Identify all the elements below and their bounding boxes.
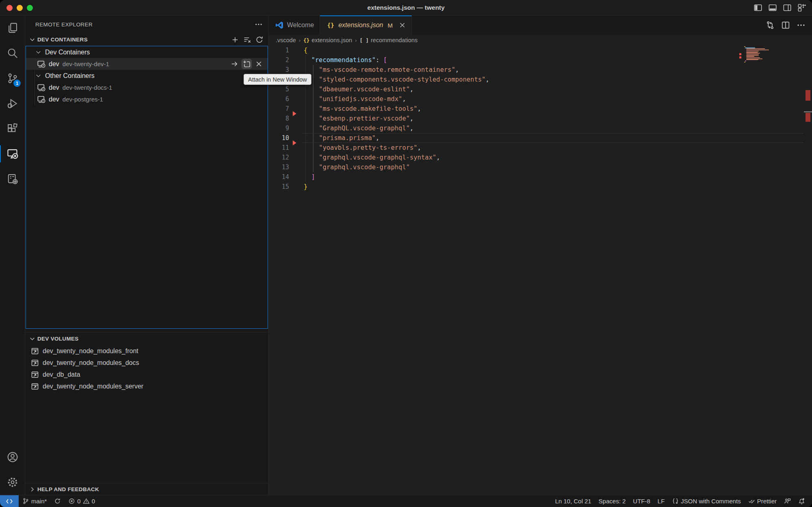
status-formatter-prettier[interactable]: Prettier (745, 495, 780, 507)
status-label: LF (658, 498, 665, 505)
code-text: "ms-vscode.makefile-tools", (304, 104, 421, 114)
close-tab-icon[interactable] (399, 22, 406, 29)
code-line: 15} (269, 182, 812, 192)
breadcrumb-item[interactable]: .vscode (276, 37, 296, 43)
chevron-down-icon (35, 49, 42, 56)
status-cursor-position[interactable]: Ln 10, Col 21 (551, 495, 595, 507)
activity-item-extensions[interactable] (0, 116, 25, 141)
split-editor-icon[interactable] (781, 21, 790, 30)
minimize-window-button[interactable] (17, 5, 23, 11)
activity-item-explorer[interactable] (0, 15, 25, 41)
activity-item-dev-containers[interactable] (0, 166, 25, 192)
chevron-down-icon (29, 36, 36, 43)
container-row[interactable]: devdev-twenty-dev-1 (26, 58, 268, 70)
stop-container-icon[interactable] (254, 59, 263, 69)
status-language-mode[interactable]: JSON with Comments (668, 495, 745, 507)
code-text: "prisma.prisma", (304, 133, 380, 143)
line-number: 8 (269, 115, 289, 122)
status-eol[interactable]: LF (654, 495, 669, 507)
activity-item-settings[interactable] (0, 470, 25, 495)
tree-group-dev-containers[interactable]: Dev Containers (26, 46, 268, 58)
code-line: 4 "styled-components.vscode-styled-compo… (269, 75, 812, 84)
layout-controls (754, 0, 806, 15)
container-row[interactable]: devdev-postgres-1 (26, 93, 268, 105)
minimap-line (746, 50, 769, 50)
minimap-line (746, 58, 762, 59)
help-and-feedback-label: HELP AND FEEDBACK (37, 486, 99, 492)
code-line: 11 "yoavbls.pretty-ts-errors", (269, 143, 812, 153)
minimap-line (746, 52, 758, 53)
help-and-feedback-section-header[interactable]: HELP AND FEEDBACK (25, 483, 268, 495)
status-bar: main* 0 0 Ln 10, Col 21Spaces: 2UTF-8LFJ… (0, 495, 812, 507)
chevron-right-icon (29, 486, 36, 493)
activity-item-source-control[interactable]: 1 (0, 66, 25, 91)
status-feedback[interactable] (780, 495, 795, 507)
status-encoding[interactable]: UTF-8 (629, 495, 654, 507)
git-modified-badge: M (388, 22, 393, 29)
breadcrumb-label: .vscode (276, 37, 296, 43)
line-number: 6 (269, 95, 289, 103)
status-label: Ln 10, Col 21 (555, 498, 591, 505)
customize-layout-icon[interactable] (797, 3, 806, 12)
double-check-icon (748, 498, 755, 505)
tab-welcome[interactable]: Welcome (269, 15, 320, 35)
volume-row[interactable]: dev_twenty_node_modules_server (25, 380, 268, 392)
minimap-line (744, 46, 745, 47)
container-row[interactable]: devdev-twenty-docs-1 (26, 82, 268, 93)
activity-item-run-debug[interactable] (0, 91, 25, 116)
code-text: } (304, 182, 307, 192)
breadcrumb: .vscode›{}extensions.json›[ ]recommendat… (269, 35, 812, 45)
code-text: "esbenp.prettier-vscode", (304, 114, 414, 123)
chevron-down-icon (35, 72, 42, 79)
line-number: 7 (269, 105, 289, 112)
breadcrumb-item[interactable]: [ ]recommendations (360, 37, 418, 43)
attach-container-icon[interactable] (230, 59, 239, 69)
remote-indicator[interactable] (0, 495, 19, 507)
clear-filter-icon[interactable] (243, 36, 251, 44)
status-indentation[interactable]: Spaces: 2 (595, 495, 629, 507)
tab-label: extensions.json (338, 22, 383, 29)
code-editor[interactable]: 1{2 "recommendations": [3 "ms-vscode-rem… (269, 45, 812, 495)
code-line: 6 "unifiedjs.vscode-mdx", (269, 94, 812, 104)
activity-item-search[interactable] (0, 41, 25, 66)
dev-volumes-section-header[interactable]: DEV VOLUMES (25, 332, 268, 345)
tab-extensions-json[interactable]: {}extensions.jsonM (320, 15, 412, 35)
volume-row[interactable]: dev_twenty_node_modules_docs (25, 357, 268, 369)
open-changes-icon[interactable] (766, 21, 775, 30)
refresh-icon[interactable] (255, 36, 263, 44)
minimap-line (746, 55, 759, 56)
sync-status[interactable] (50, 495, 65, 507)
dev-containers-section-header[interactable]: DEV CONTAINERS (25, 33, 268, 46)
volume-row[interactable]: dev_db_data (25, 369, 268, 380)
problems-status[interactable]: 0 0 (65, 495, 99, 507)
traffic-lights (6, 5, 33, 11)
status-label: UTF-8 (633, 498, 650, 505)
attach-new-window-icon[interactable] (242, 59, 251, 69)
status-notifications[interactable] (795, 495, 809, 507)
git-branch-status[interactable]: main* (19, 495, 50, 507)
minimap-line (746, 51, 759, 52)
line-number: 2 (269, 56, 289, 64)
volume-row[interactable]: dev_twenty_node_modules_front (25, 345, 268, 357)
code-line: 14 ] (269, 172, 812, 182)
activity-item-remote-explorer[interactable] (0, 141, 25, 166)
toggle-primary-sidebar-icon[interactable] (754, 3, 762, 12)
gutter-marker-icon (293, 140, 296, 145)
status-label: Spaces: 2 (598, 498, 626, 505)
breadcrumb-item[interactable]: {}extensions.json (303, 37, 352, 43)
close-window-button[interactable] (6, 5, 13, 11)
more-actions-icon[interactable] (797, 21, 806, 30)
activity-item-accounts[interactable] (0, 444, 25, 470)
status-label: JSON with Comments (681, 498, 741, 505)
toggle-panel-icon[interactable] (768, 3, 777, 12)
overview-ruler[interactable] (804, 45, 812, 495)
toggle-secondary-sidebar-icon[interactable] (783, 3, 792, 12)
add-container-icon[interactable] (231, 36, 239, 44)
zoom-window-button[interactable] (27, 5, 33, 11)
minimap-line (746, 57, 760, 58)
more-actions-icon[interactable] (255, 20, 263, 28)
code-line: 1{ (269, 45, 812, 55)
status-label: Prettier (757, 498, 777, 505)
tree-group-other-containers[interactable]: Other Containers (26, 70, 268, 82)
dev-containers-tree: Dev Containersdevdev-twenty-dev-1Other C… (26, 46, 268, 329)
